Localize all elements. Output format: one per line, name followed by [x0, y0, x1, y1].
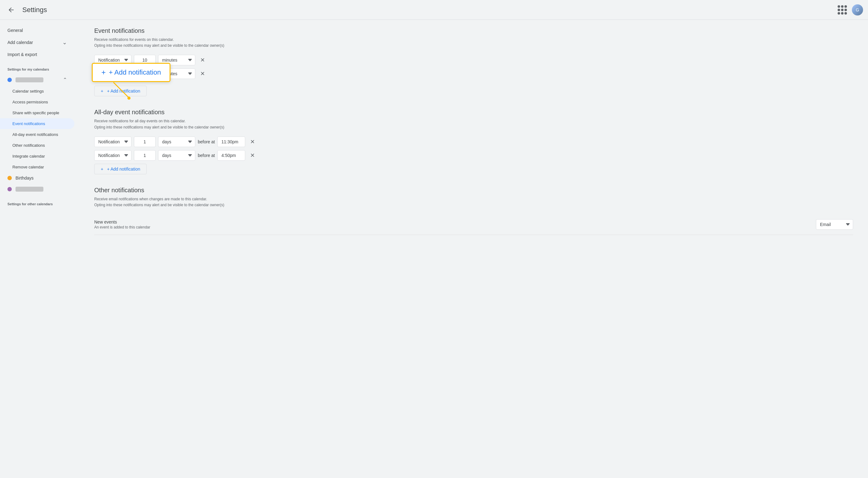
- calendar-name-blurred: [16, 77, 43, 82]
- event-notif-row-2: Notification Email minutes hours days we…: [94, 68, 853, 79]
- chevron-up-icon: ⌃: [63, 77, 67, 83]
- allday-notifications-desc: Receive notifications for all day events…: [94, 118, 853, 130]
- add-event-notification-button[interactable]: + + Add notification: [94, 86, 147, 96]
- sidebar: General Add calendar ⌄ Import & export S…: [0, 20, 80, 478]
- apps-grid-icon: [838, 5, 847, 14]
- allday-notif-value-1[interactable]: [134, 137, 156, 147]
- sidebar-item-my-calendar[interactable]: ⌃: [0, 74, 74, 86]
- event-notif-unit-select-2[interactable]: minutes hours days weeks: [158, 68, 195, 79]
- event-notif-type-select-1[interactable]: Notification Email: [94, 55, 131, 65]
- my-calendars-section-title: Settings for my calendars: [0, 65, 80, 72]
- other-notif-label: New events An event is added to this cal…: [94, 219, 816, 229]
- sidebar-item-other-calendar[interactable]: [0, 183, 74, 195]
- apps-button[interactable]: [835, 3, 849, 17]
- allday-before-at-2: before at: [198, 153, 215, 158]
- sidebar-item-share-specific-people[interactable]: Share with specific people: [0, 107, 74, 118]
- event-notifications-title: Event notifications: [94, 27, 853, 34]
- event-notif-remove-1[interactable]: ✕: [198, 56, 207, 65]
- allday-notif-time-2[interactable]: [217, 150, 245, 161]
- allday-notif-row-2: Notification Email days hours minutes we…: [94, 150, 853, 161]
- event-notif-remove-2[interactable]: ✕: [198, 69, 207, 78]
- plus-icon: +: [101, 89, 103, 94]
- event-notifications-desc: Receive notifications for events on this…: [94, 37, 853, 48]
- allday-notif-unit-select-1[interactable]: days hours minutes weeks: [158, 137, 195, 147]
- allday-notifications-section: All-day event notifications Receive noti…: [94, 109, 853, 174]
- other-calendar-color-dot: [7, 187, 12, 191]
- allday-notif-value-2[interactable]: [134, 150, 156, 161]
- other-notif-title: New events: [94, 219, 816, 225]
- allday-notif-unit-select-2[interactable]: days hours minutes weeks: [158, 150, 195, 161]
- allday-notif-time-1[interactable]: [217, 137, 245, 147]
- sidebar-item-birthdays[interactable]: Birthdays: [0, 172, 74, 183]
- sidebar-item-add-calendar[interactable]: Add calendar ⌄: [0, 36, 74, 49]
- header-right: G: [835, 3, 863, 17]
- other-notif-desc: An event is added to this calendar: [94, 225, 816, 229]
- event-notif-value-1[interactable]: [134, 55, 156, 65]
- page-title: Settings: [22, 6, 835, 14]
- event-notifications-section: Event notifications Receive notification…: [94, 27, 853, 96]
- main-content: Event notifications Receive notification…: [80, 20, 868, 478]
- sidebar-item-import-export[interactable]: Import & export: [0, 49, 74, 60]
- allday-before-at-1: before at: [198, 139, 215, 144]
- birthdays-color-dot: [7, 176, 12, 180]
- other-calendars-section-title: Settings for other calendars: [0, 200, 80, 207]
- main-layout: General Add calendar ⌄ Import & export S…: [0, 20, 868, 478]
- sidebar-item-integrate-calendar[interactable]: Integrate calendar: [0, 151, 74, 162]
- back-button[interactable]: [5, 4, 18, 16]
- allday-notif-remove-2[interactable]: ✕: [248, 151, 257, 160]
- other-calendar-name-blurred: [16, 187, 43, 192]
- avatar[interactable]: G: [852, 4, 863, 15]
- allday-notif-row-1: Notification Email days hours minutes we…: [94, 137, 853, 147]
- svg-point-1: [127, 97, 130, 100]
- other-notifications-section: Other notifications Receive email notifi…: [94, 187, 853, 235]
- sidebar-item-general[interactable]: General: [0, 25, 74, 36]
- sidebar-item-other-notifications[interactable]: Other notifications: [0, 140, 74, 151]
- allday-notif-remove-1[interactable]: ✕: [248, 137, 257, 146]
- other-notifications-desc: Receive email notifications when changes…: [94, 196, 853, 208]
- sidebar-item-remove-calendar[interactable]: Remove calendar: [0, 162, 74, 172]
- event-notif-type-select-2[interactable]: Notification Email: [94, 68, 131, 79]
- other-notifications-title: Other notifications: [94, 187, 853, 194]
- allday-notifications-title: All-day event notifications: [94, 109, 853, 116]
- top-header: Settings G: [0, 0, 868, 20]
- allday-notif-type-select-2[interactable]: Notification Email: [94, 150, 131, 161]
- calendar-color-dot: [7, 78, 12, 82]
- other-notif-new-events-row: New events An event is added to this cal…: [94, 214, 853, 235]
- add-allday-notification-button[interactable]: + + Add notification: [94, 164, 147, 174]
- allday-notif-type-select-1[interactable]: Notification Email: [94, 137, 131, 147]
- add-notif-container: + + Add notification + + Add notificatio…: [94, 84, 147, 96]
- event-notif-value-2[interactable]: [134, 68, 156, 79]
- sidebar-item-access-permissions[interactable]: Access permissions: [0, 97, 74, 107]
- event-notif-row-1: Notification Email minutes hours days we…: [94, 55, 853, 65]
- sidebar-item-allday-event-notifications[interactable]: All-day event notifications: [0, 129, 74, 140]
- other-notif-email-select[interactable]: Email None: [816, 219, 853, 230]
- sidebar-item-calendar-settings[interactable]: Calendar settings: [0, 86, 74, 97]
- plus-icon-allday: +: [101, 167, 103, 172]
- chevron-down-icon: ⌄: [62, 39, 67, 46]
- sidebar-item-event-notifications[interactable]: Event notifications: [0, 118, 74, 129]
- event-notif-unit-select-1[interactable]: minutes hours days weeks: [158, 55, 195, 65]
